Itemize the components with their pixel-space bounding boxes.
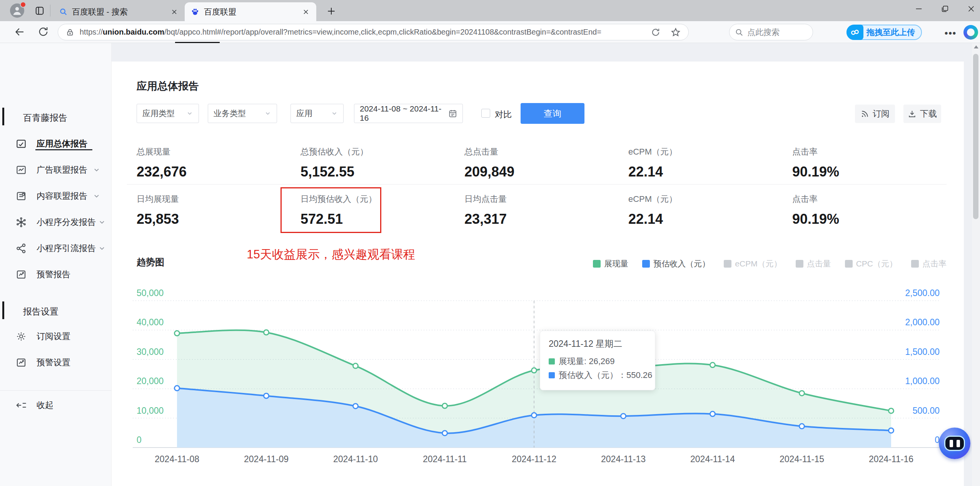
legend-item[interactable]: 点击量: [796, 258, 831, 269]
legend-item[interactable]: CPC（元）: [845, 258, 897, 269]
tab-close-icon[interactable]: [170, 8, 179, 16]
sidebar-item-ad-union-report[interactable]: 广告联盟报告: [0, 158, 112, 181]
select-value: 业务类型: [214, 108, 246, 119]
metric-click-rate: 点击率 90.19%: [792, 146, 839, 180]
trend-chart[interactable]: 0010,000500.0020,0001,000.0030,0001,500.…: [127, 285, 947, 477]
sidebar-section-settings: 报告设置: [23, 306, 58, 318]
tooltip-date: 2024-11-12 星期二: [549, 338, 646, 350]
search-placeholder: 点此搜索: [747, 27, 780, 38]
metrics-divider: [127, 184, 947, 185]
scrollbar-up-arrow[interactable]: [974, 45, 978, 48]
date-range-picker[interactable]: 2024-11-08 ~ 2024-11-16: [354, 104, 463, 123]
metric-value: 25,853: [137, 211, 179, 227]
address-bar[interactable]: https://union.baidu.com/bqt/appco.html#/…: [58, 24, 689, 40]
browser-tab-bar: 百度联盟 - 搜索 百度联盟: [0, 0, 980, 21]
metric-value: 22.14: [628, 164, 677, 180]
query-button[interactable]: 查询: [521, 103, 584, 124]
legend-swatch: [845, 260, 853, 268]
legend-item[interactable]: 展现量: [593, 258, 628, 269]
metric-value: 23,317: [464, 211, 507, 227]
metric-ecpm: eCPM（元） 22.14: [628, 146, 677, 180]
download-icon: [908, 110, 917, 118]
metric-total-impressions: 总展现量 232,676: [137, 146, 187, 180]
sidebar-item-alert-settings[interactable]: 预警设置: [0, 351, 112, 374]
page-scrollbar[interactable]: [972, 43, 980, 486]
sidebar-item-label: 应用总体报告: [37, 138, 87, 150]
tab-close-icon[interactable]: [302, 8, 310, 16]
quick-search-box[interactable]: 点此搜索: [729, 24, 813, 40]
chevron-down-icon: [98, 218, 106, 226]
sidebar-item-miniapp-traffic-report[interactable]: 小程序引流报告: [0, 237, 112, 260]
content-right-gutter: [964, 43, 972, 486]
collapse-icon: [15, 399, 27, 411]
sidebar-section-report: 百青藤报告: [23, 112, 67, 124]
search-icon: [735, 28, 743, 37]
legend-swatch: [593, 260, 601, 268]
metric-label: 日均点击量: [464, 193, 507, 205]
metric-daily-ecpm: eCPM（元） 22.14: [628, 193, 677, 227]
download-label: 下载: [920, 108, 937, 120]
browser-menu-button[interactable]: •••: [945, 28, 958, 37]
scrollbar-thumb[interactable]: [973, 54, 978, 219]
netdisk-upload-button[interactable]: 拖拽至此上传: [846, 25, 922, 40]
copilot-icon[interactable]: [963, 25, 978, 40]
browser-tab-union[interactable]: 百度联盟: [185, 2, 316, 21]
sidebar-collapse-button[interactable]: 收起: [0, 394, 112, 417]
highlight-red-box: [280, 187, 381, 233]
back-button[interactable]: [14, 26, 25, 38]
business-type-select[interactable]: 业务类型: [208, 104, 277, 123]
compare-checkbox[interactable]: [481, 109, 490, 118]
chevron-down-icon: [186, 110, 193, 117]
legend-label: CPC（元）: [856, 258, 897, 269]
metric-label: 点击率: [792, 193, 839, 205]
close-window-button[interactable]: [966, 4, 976, 14]
network-icon: [15, 216, 27, 228]
sidebar-item-alert-report[interactable]: 预警报告: [0, 263, 112, 286]
sidebar-item-subscribe-settings[interactable]: 订阅设置: [0, 325, 112, 348]
sidebar-item-miniapp-distribution-report[interactable]: 小程序分发报告: [0, 211, 112, 234]
legend-swatch: [642, 260, 650, 268]
metric-value: 90.19%: [792, 211, 839, 227]
browser-tab-search[interactable]: 百度联盟 - 搜索: [53, 2, 185, 21]
legend-swatch: [796, 260, 803, 268]
restore-button[interactable]: [940, 4, 950, 14]
gear-icon: [15, 331, 27, 342]
metric-total-clicks: 总点击量 209,849: [464, 146, 514, 180]
favorite-star-icon[interactable]: [671, 27, 681, 37]
legend-item[interactable]: 预估收入（元）: [642, 258, 710, 269]
chevron-down-icon: [98, 245, 106, 252]
section-marker: [2, 301, 4, 319]
url-text: https://union.baidu.com/bqt/appco.html#/…: [80, 28, 651, 37]
metric-label: 日均展现量: [137, 193, 179, 205]
subscribe-button[interactable]: 订阅: [855, 105, 895, 123]
sidebar-item-app-overall-report[interactable]: 应用总体报告: [0, 132, 112, 155]
app-select[interactable]: 应用: [290, 104, 344, 123]
assistant-floating-button[interactable]: [939, 428, 970, 459]
app-type-select[interactable]: 应用类型: [137, 104, 199, 123]
tab-list-button[interactable]: [35, 6, 45, 16]
new-tab-button[interactable]: [326, 6, 336, 16]
tab-separator: [50, 5, 50, 17]
metric-label: 总展现量: [137, 146, 187, 158]
minimize-button[interactable]: [914, 4, 924, 14]
svg-text:2,000.00: 2,000.00: [905, 317, 940, 327]
svg-text:2024-11-14: 2024-11-14: [690, 454, 735, 464]
legend-item[interactable]: eCPM（元）: [724, 258, 781, 269]
search-favicon: [59, 8, 67, 16]
tooltip-value-impressions: 展现量: 26,269: [559, 355, 615, 368]
select-value: 应用: [296, 108, 312, 119]
svg-text:20,000: 20,000: [137, 376, 164, 386]
circular-arrow-icon[interactable]: [651, 27, 661, 37]
svg-text:10,000: 10,000: [137, 406, 164, 416]
sidebar-item-content-union-report[interactable]: 内容联盟报告: [0, 185, 112, 208]
legend-item[interactable]: 点击率: [911, 258, 947, 269]
metric-daily-clicks: 日均点击量 23,317: [464, 193, 507, 227]
refresh-button[interactable]: [38, 26, 49, 38]
metric-label: eCPM（元）: [628, 146, 677, 158]
legend-label: 点击率: [922, 258, 947, 269]
svg-text:2024-11-15: 2024-11-15: [780, 454, 824, 464]
select-value: 应用类型: [142, 108, 175, 119]
download-button[interactable]: 下载: [903, 105, 941, 123]
chart-tooltip: 2024-11-12 星期二 展现量: 26,269 预估收入（元）：550.2…: [540, 331, 655, 390]
upload-label: 拖拽至此上传: [866, 27, 915, 38]
